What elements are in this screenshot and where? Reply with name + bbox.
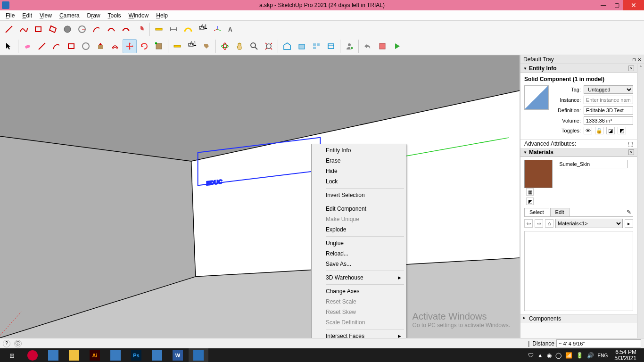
start-button[interactable]: ⊞ (2, 348, 22, 362)
cm-save-as-[interactable]: Save As... (313, 259, 405, 269)
default-material-icon[interactable]: ◩ (526, 197, 534, 205)
components-tool[interactable] (375, 39, 389, 53)
tray-app-icon[interactable]: ◯ (555, 352, 561, 359)
warehouse-tool[interactable] (280, 39, 294, 53)
cm-entity-info[interactable]: Entity Info (313, 145, 405, 156)
tray-sound-icon[interactable]: 🔊 (587, 352, 594, 359)
move-tool[interactable] (123, 39, 137, 53)
cm-3d-warehouse[interactable]: 3D Warehouse▶ (313, 272, 405, 283)
zoom-extents-tool[interactable] (262, 39, 276, 53)
taskbar-sketchup[interactable] (189, 348, 208, 362)
taskbar-app2[interactable] (106, 348, 125, 362)
toggle-receive-icon[interactable]: ◩ (618, 127, 626, 134)
arc-tool[interactable] (90, 22, 104, 36)
cm-reload-[interactable]: Reload... (313, 248, 405, 259)
cm-lock[interactable]: Lock (313, 176, 405, 187)
eraser-tool[interactable] (20, 39, 34, 53)
toggle-hidden-icon[interactable]: 👁 (584, 127, 592, 134)
tab-select[interactable]: Select (524, 208, 549, 216)
menu-edit[interactable]: Edit (18, 10, 36, 20)
orbit-tool[interactable] (218, 39, 232, 53)
line-tool-2[interactable] (35, 39, 49, 53)
vcb-input[interactable] (556, 339, 641, 347)
panel-materials-header[interactable]: ▼ Materials × (520, 148, 637, 157)
outliner-tool[interactable] (324, 39, 338, 53)
zoom-tool[interactable] (247, 39, 261, 53)
close-icon[interactable]: × (628, 149, 634, 155)
arc-tool-2[interactable] (50, 39, 64, 53)
nav-back-icon[interactable]: ⇦ (524, 219, 533, 228)
line-tool[interactable] (2, 22, 16, 36)
cm-unglue[interactable]: Unglue (313, 238, 405, 248)
circle-tool[interactable] (60, 22, 74, 36)
minimize-button[interactable]: — (597, 0, 610, 10)
text-tool[interactable]: A1 (196, 22, 210, 36)
cm-explode[interactable]: Explode (313, 224, 405, 235)
undo-tool[interactable] (361, 39, 375, 53)
close-button[interactable]: ✕ (623, 0, 644, 10)
offset-tool[interactable] (108, 39, 122, 53)
rotate-tool[interactable] (137, 39, 151, 53)
ext-warehouse-tool[interactable] (295, 39, 309, 53)
toggle-shadow-icon[interactable]: ◪ (606, 127, 615, 134)
cm-hide[interactable]: Hide (313, 166, 405, 176)
pan-tool[interactable] (232, 39, 247, 53)
taskbar-photoshop[interactable]: Ps (126, 348, 146, 362)
eyedropper-icon[interactable]: ✎ (625, 208, 633, 216)
tray-lang[interactable]: ENG (598, 353, 608, 358)
home-icon[interactable]: ⌂ (545, 219, 553, 228)
text-tool-2[interactable]: A1 (185, 39, 199, 53)
rect-tool-2[interactable] (64, 39, 78, 53)
taskbar-app1[interactable] (43, 348, 63, 362)
advanced-attributes[interactable]: Advanced Attributes: ⬚ (520, 139, 637, 148)
protractor-tool[interactable] (181, 22, 195, 36)
menu-view[interactable]: View (36, 10, 56, 20)
arc3-tool[interactable] (119, 22, 133, 36)
pie-tool[interactable] (133, 22, 148, 36)
tray-title[interactable]: Default Tray ⊓ ✕ (520, 55, 644, 64)
tray-security-icon[interactable]: 🛡 (528, 352, 534, 359)
menu-draw[interactable]: Draw (83, 10, 104, 20)
layout-tool[interactable] (309, 39, 323, 53)
user-tool[interactable] (342, 39, 356, 53)
cm-invert-selection[interactable]: Invert Selection (313, 190, 405, 200)
arc2-tool[interactable] (104, 22, 118, 36)
material-swatch[interactable] (524, 160, 553, 188)
polygon-tool[interactable] (75, 22, 89, 36)
cm-erase[interactable]: Erase (313, 156, 405, 166)
rectangle-tool[interactable] (31, 22, 45, 36)
viewport-3d[interactable]: EDUC Activate Windows Go to PC settings … (0, 55, 520, 338)
credits-icon[interactable]: ⓘ (14, 340, 22, 347)
rotated-rect-tool[interactable] (46, 22, 60, 36)
select-tool[interactable] (2, 39, 16, 53)
freehand-tool[interactable] (17, 22, 31, 36)
play-tool[interactable] (390, 39, 404, 53)
3d-text-tool[interactable]: A (225, 22, 239, 36)
tray-app-icon[interactable]: ◉ (547, 352, 552, 359)
material-grid[interactable] (524, 231, 633, 311)
close-icon[interactable]: × (628, 66, 634, 71)
menu-file[interactable]: File (2, 10, 18, 20)
menu-camera[interactable]: Camera (56, 10, 83, 20)
pin-icon[interactable]: ⊓ ✕ (632, 57, 641, 62)
definition-input[interactable] (584, 106, 633, 115)
tray-up-icon[interactable]: ▲ (537, 352, 543, 359)
menu-window[interactable]: Window (125, 10, 153, 20)
dimension-tool[interactable] (166, 22, 181, 36)
toggle-lock-icon[interactable]: 🔓 (595, 127, 603, 134)
maximize-button[interactable]: ▢ (610, 0, 623, 10)
details-icon[interactable]: ▸ (625, 219, 633, 228)
instance-input[interactable] (584, 96, 633, 104)
tape-tool-2[interactable] (170, 39, 184, 53)
tag-select[interactable]: Untagged (584, 85, 633, 94)
taskbar-word[interactable]: W (168, 348, 188, 362)
cm-intersect-faces[interactable]: Intersect Faces▶ (313, 331, 405, 338)
circle-tool-2[interactable] (79, 39, 93, 53)
tab-edit[interactable]: Edit (550, 208, 570, 216)
cm-change-axes[interactable]: Change Axes (313, 286, 405, 296)
scale-tool[interactable] (152, 39, 166, 53)
cm-edit-component[interactable]: Edit Component (313, 204, 405, 214)
tape-tool[interactable] (152, 22, 166, 36)
taskbar-illustrator[interactable]: Ai (85, 348, 105, 362)
nav-fwd-icon[interactable]: ⇨ (535, 219, 543, 228)
